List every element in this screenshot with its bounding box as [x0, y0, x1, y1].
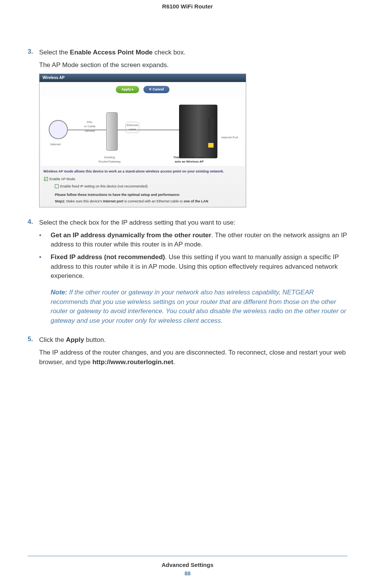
- bullet-dot-icon: •: [39, 253, 51, 281]
- ss-step1-label: Step1:: [55, 199, 66, 203]
- internet-label: Internet: [50, 142, 61, 147]
- step-5-line1-c: button.: [84, 336, 106, 343]
- step-5-body: Click the Apply button. The IP address o…: [39, 335, 347, 370]
- existing-router-caption: Existing Router/Gateway: [99, 155, 121, 164]
- step-3-line1-bold: Enable Access Point Mode: [70, 49, 153, 56]
- step-5-line2: The IP address of the router changes, an…: [39, 348, 347, 367]
- step-5-line2-bold: http://www.routerlogin.net: [92, 358, 173, 366]
- modem-icon: [106, 112, 118, 151]
- step-3: 3. Select the Enable Access Point Mode c…: [28, 48, 347, 215]
- step-5-line1: Click the Apply button.: [39, 335, 347, 345]
- main-content: 3. Select the Enable Access Point Mode c…: [0, 10, 375, 370]
- ethernet-label: Ethernet cable: [125, 122, 139, 133]
- footer-divider: [28, 556, 347, 556]
- router-icon: [179, 105, 217, 158]
- ss-step1-b: Internet port: [103, 199, 123, 203]
- netgear-router-caption: This NETGEAR router acts as Wireless AP: [173, 155, 205, 164]
- checkbox-fixed-ip: [55, 184, 59, 188]
- ss-diagram: Internet DSL or Cable Service Ethernet c…: [41, 97, 244, 166]
- step-5: 5. Click the Apply button. The IP addres…: [28, 335, 347, 370]
- ss-fixed-ip-row: Enable fixed IP setting on this device (…: [39, 183, 246, 190]
- step-5-line1-a: Click the: [39, 336, 66, 343]
- ss-description: Wireless AP mode allows this device to w…: [39, 168, 246, 176]
- step-3-body: Select the Enable Access Point Mode chec…: [39, 48, 347, 215]
- step-5-line1-bold: Apply: [66, 336, 84, 343]
- step-4-line1: Select the check box for the IP address …: [39, 218, 347, 228]
- page-footer: Advanced Settings 88: [0, 556, 375, 577]
- checkbox-enable-ap-label: Enable AP Mode: [49, 177, 75, 182]
- checkbox-enable-ap: [44, 177, 48, 181]
- ss-step1: Step1: Make sure this device's Internet …: [39, 198, 246, 207]
- bullet-fixed-ip-text: Fixed IP address (not recommended). Use …: [51, 253, 347, 281]
- bullet-fixed-ip: • Fixed IP address (not recommended). Us…: [39, 253, 347, 281]
- step-4-body: Select the check box for the IP address …: [39, 218, 347, 332]
- wireless-ap-screenshot: Wireless AP Apply ▸ ✕ Cancel Internet DS…: [39, 74, 246, 207]
- step-5-line2-c: .: [173, 358, 175, 366]
- dsl-label: DSL or Cable Service: [84, 120, 95, 133]
- ss-step1-d: one of the LAN: [184, 199, 208, 203]
- step-3-number: 3.: [28, 48, 39, 215]
- step-4-bullets: • Get an IP address dynamically from the…: [39, 231, 347, 281]
- step-4: 4. Select the check box for the IP addre…: [28, 218, 347, 332]
- bullet-dynamic-ip: • Get an IP address dynamically from the…: [39, 231, 347, 250]
- step-5-number: 5.: [28, 335, 39, 370]
- ss-titlebar: Wireless AP: [39, 74, 246, 82]
- bullet1-bold: Get an IP address dynamically from the o…: [51, 232, 211, 239]
- ss-apply-button: Apply ▸: [116, 86, 139, 93]
- step-3-line2: The AP Mode section of the screen expand…: [39, 61, 347, 70]
- bullet-dynamic-ip-text: Get an IP address dynamically from the o…: [51, 231, 347, 250]
- step-3-line1: Select the Enable Access Point Mode chec…: [39, 48, 347, 57]
- ss-enable-ap-row: Enable AP Mode: [39, 176, 246, 183]
- step-4-number: 4.: [28, 218, 39, 332]
- step-5-line2-a: The IP address of the router changes, an…: [39, 349, 346, 366]
- checkbox-fixed-ip-label: Enable fixed IP setting on this device (…: [60, 184, 148, 189]
- internet-port-label: Internet Port: [221, 135, 238, 140]
- footer-page-number: 88: [0, 570, 375, 577]
- page-header-title: R6100 WiFi Router: [0, 0, 375, 10]
- ss-button-row: Apply ▸ ✕ Cancel: [39, 82, 246, 95]
- ss-cancel-button: ✕ Cancel: [143, 86, 169, 93]
- step-3-line1-c: check box.: [153, 49, 186, 56]
- note-label: Note:: [51, 289, 69, 296]
- note-text: If the other router or gateway in your n…: [51, 289, 346, 324]
- router-internet-port: [208, 143, 214, 148]
- globe-icon: [49, 120, 68, 139]
- bullet-dot-icon: •: [39, 231, 51, 250]
- footer-section-title: Advanced Settings: [0, 562, 375, 568]
- note-block: Note: If the other router or gateway in …: [51, 288, 347, 326]
- router-ports: [208, 118, 214, 141]
- ss-instructions: Please follow these instructions to have…: [39, 190, 246, 198]
- ss-step1-c: is connected with an Ethernet cable to: [123, 199, 184, 203]
- step-3-line1-a: Select the: [39, 49, 70, 56]
- ss-step1-a: Make sure this device's: [66, 199, 103, 203]
- bullet2-bold: Fixed IP address (not recommended): [51, 253, 165, 261]
